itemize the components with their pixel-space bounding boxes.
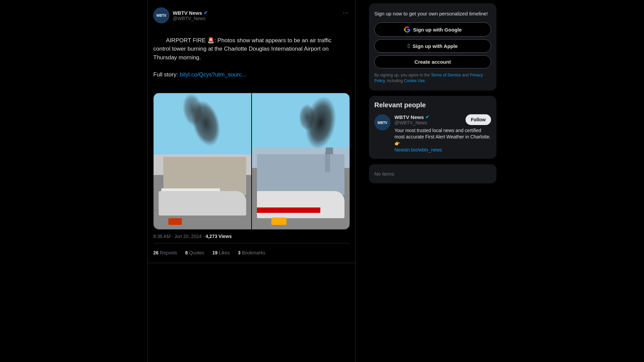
svg-text:WBTV: WBTV: [377, 121, 387, 125]
tower-right: [325, 152, 330, 172]
person-avatar-img: WBTV: [374, 114, 390, 130]
relevant-people-section: Relevant people WBTV WBTV News ✔: [369, 96, 496, 159]
relevant-people-title: Relevant people: [374, 101, 491, 109]
apple-icon: : [408, 43, 410, 49]
user-info: WBTV News ✔ @WBTV_News: [173, 10, 208, 21]
google-icon: [404, 26, 411, 33]
signup-apple-label: Sign up with Apple: [413, 43, 458, 49]
avatar-inner: WBTV: [153, 7, 169, 23]
tweet-stat-likes[interactable]: 19 Likes: [212, 250, 230, 255]
img-right-bg: [252, 93, 350, 229]
create-account-label: Create account: [415, 59, 451, 65]
tweet-text: AIRPORT FIRE 🚨: Photos show what appears…: [153, 27, 350, 87]
tweet-views: 4,273 Views: [206, 234, 232, 239]
bookmarks-label: Bookmarks: [242, 250, 265, 255]
img-left-bg: [154, 93, 251, 229]
tweet-timestamp: 8:36 AM · Jun 20, 2024: [153, 234, 202, 239]
plane-stripe: [257, 207, 320, 213]
author-username[interactable]: @WBTV_News: [173, 16, 208, 21]
person-info: WBTV News ✔ @WBTV_News Follow Your most …: [394, 114, 491, 154]
signup-title: Sign up now to get your own personalized…: [374, 10, 491, 17]
author-display-name: WBTV News: [173, 10, 202, 16]
terms-of-service-link[interactable]: Terms of Service: [431, 73, 461, 77]
main-content: WBTV WBTV News ✔ @WBTV_News ···: [148, 0, 356, 362]
views-label-text: Views: [219, 234, 232, 239]
person-username[interactable]: @WBTV_News: [394, 120, 429, 125]
tweet-header-left: WBTV WBTV News ✔ @WBTV_News: [153, 7, 208, 23]
bookmarks-count: 3: [238, 250, 240, 255]
tweet-divider: [153, 243, 350, 243]
person-bio: Your most trusted local news and certifi…: [394, 127, 491, 154]
plane-left: [159, 191, 247, 216]
tweet-meta: 8:36 AM · Jun 20, 2024 · 4,273 Views: [153, 234, 350, 239]
tweet-text-part1: AIRPORT FIRE 🚨: Photos show what appears…: [153, 37, 333, 61]
tweet-full-story-prefix: Full story:: [153, 71, 179, 78]
avatar-logo: WBTV: [153, 7, 169, 23]
likes-label: Likes: [219, 250, 230, 255]
tweet-image-left: [154, 93, 252, 229]
tweet-stat-bookmarks[interactable]: 3 Bookmarks: [238, 250, 265, 255]
person-verified-badge: ✔: [425, 114, 429, 120]
plane-right: [257, 191, 345, 218]
person-bio-link[interactable]: Newsin.bio/wbtv_news: [394, 147, 442, 153]
more-options-button[interactable]: ···: [341, 7, 350, 18]
likes-count: 19: [212, 250, 218, 255]
person-name-row: WBTV News ✔ @WBTV_News Follow: [394, 114, 491, 125]
tweet-header: WBTV WBTV News ✔ @WBTV_News ···: [153, 7, 350, 23]
reposts-count: 26: [153, 250, 159, 255]
verified-badge: ✔: [204, 10, 208, 15]
follow-button[interactable]: Follow: [466, 114, 491, 125]
tweet-images: [153, 93, 350, 230]
person-name-block: WBTV News ✔ @WBTV_News: [394, 114, 429, 125]
tweet-image-right: [252, 93, 350, 229]
ground-vehicle-left: [168, 218, 182, 225]
display-name[interactable]: WBTV News ✔: [173, 10, 208, 16]
person-display-name: WBTV News: [394, 114, 424, 120]
tweet-link[interactable]: bityl.co/Qcys?utm_sourc...: [179, 71, 246, 78]
svg-text:WBTV: WBTV: [156, 14, 166, 17]
signup-section: Sign up now to get your own personalized…: [369, 3, 496, 90]
tweet-stat-reposts[interactable]: 26 Reposts: [153, 250, 177, 255]
person-bio-text: Your most trusted local news and certifi…: [394, 128, 491, 146]
person-name[interactable]: WBTV News ✔: [394, 114, 429, 120]
person-avatar[interactable]: WBTV: [374, 114, 390, 130]
quotes-count: 8: [185, 250, 188, 255]
signup-apple-button[interactable]:  Sign up with Apple: [374, 39, 491, 53]
no-items-text: No items: [374, 171, 491, 177]
avatar[interactable]: WBTV: [153, 7, 169, 23]
signup-google-button[interactable]: Sign up with Google: [374, 22, 491, 37]
tweet-stat-quotes[interactable]: 8 Quotes: [185, 250, 204, 255]
person-card: WBTV WBTV News ✔ @WBTV_News Follow: [374, 114, 491, 154]
views-count: 4,273: [206, 234, 217, 239]
create-account-button[interactable]: Create account: [374, 55, 491, 68]
cookie-use-link[interactable]: Cookie Use.: [404, 78, 426, 83]
tower-top-right: [326, 147, 333, 154]
building-right: [257, 154, 345, 195]
tweet-container: WBTV WBTV News ✔ @WBTV_News ···: [148, 3, 355, 263]
quotes-label: Quotes: [189, 250, 204, 255]
terms-and: and: [461, 73, 470, 77]
smoke-right: [301, 94, 340, 152]
terms-prefix: By signing up, you agree to the: [374, 73, 431, 77]
signup-google-label: Sign up with Google: [413, 27, 462, 33]
reposts-label: Reposts: [160, 250, 177, 255]
signup-terms: By signing up, you agree to the Terms of…: [374, 72, 491, 84]
right-sidebar: Sign up now to get your own personalized…: [369, 0, 496, 362]
ground-vehicle-right: [271, 218, 286, 225]
dot-separator: ·: [203, 234, 206, 239]
tweet-stats: 26 Reposts 8 Quotes 19 Likes 3 Bookmarks: [153, 247, 350, 259]
terms-suffix: , including: [385, 78, 404, 83]
no-items-section: No items: [369, 164, 496, 183]
